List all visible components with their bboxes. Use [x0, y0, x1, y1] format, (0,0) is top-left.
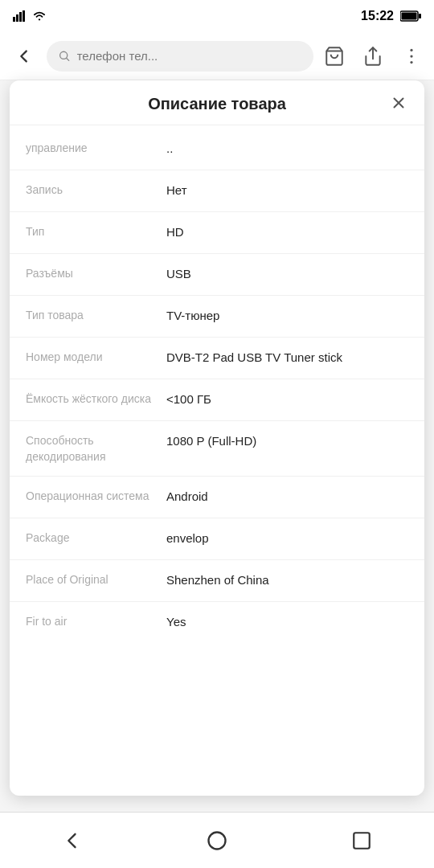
row-value: Android — [166, 488, 408, 505]
top-nav — [0, 32, 434, 80]
modal-header: Описание товара — [10, 80, 424, 125]
table-row: Способность декодирования1080 P (Full-HD… — [10, 421, 424, 477]
row-value: .. — [166, 140, 408, 157]
row-label: Ёмкость жёсткого диска — [26, 391, 166, 407]
modal-title: Описание товара — [148, 95, 286, 113]
row-value: TV-тюнер — [166, 307, 408, 324]
row-label: Fir to air — [26, 613, 166, 630]
status-time: 15:22 — [361, 9, 394, 23]
row-value: 1080 P (Full-HD) — [166, 432, 408, 449]
svg-point-12 — [410, 60, 412, 63]
table-row: Fir to airYes — [10, 602, 424, 644]
cart-button[interactable] — [321, 43, 347, 69]
row-value: Нет — [166, 182, 408, 199]
row-label: Способность декодирования — [26, 432, 166, 465]
table-row: Операционная системаAndroid — [10, 477, 424, 518]
svg-rect-2 — [19, 12, 22, 22]
row-value: Shenzhen of China — [166, 571, 408, 588]
svg-point-10 — [410, 48, 412, 51]
table-row: Ёмкость жёсткого диска<100 ГБ — [10, 379, 424, 421]
row-label: Запись — [26, 182, 166, 199]
table-row: управление.. — [10, 129, 424, 170]
nav-back-button[interactable] — [52, 821, 92, 861]
nav-home-button[interactable] — [197, 821, 237, 861]
svg-point-13 — [209, 832, 226, 849]
row-label: Тип — [26, 223, 166, 240]
status-bar: 15:22 — [0, 0, 434, 32]
share-button[interactable] — [360, 43, 386, 69]
product-description-modal: Описание товара управление..ЗаписьНетТип… — [10, 80, 424, 796]
row-value: envelop — [166, 530, 408, 547]
product-list: управление..ЗаписьНетТипHDРазъёмыUSBТип … — [10, 125, 424, 796]
svg-rect-6 — [402, 13, 417, 20]
wifi-icon — [32, 10, 47, 22]
table-row: РазъёмыUSB — [10, 254, 424, 296]
row-label: Package — [26, 530, 166, 547]
search-input[interactable] — [77, 49, 302, 63]
table-row: Packageenvelop — [10, 518, 424, 560]
row-value: DVB-T2 Pad USB TV Tuner stick — [166, 349, 408, 366]
svg-point-11 — [410, 55, 412, 57]
svg-rect-14 — [354, 833, 370, 849]
bottom-nav — [0, 812, 434, 868]
back-button[interactable] — [10, 42, 39, 71]
svg-rect-5 — [419, 14, 421, 18]
search-bar[interactable] — [47, 41, 313, 72]
signal-icon — [13, 10, 27, 22]
more-button[interactable] — [399, 43, 424, 69]
svg-rect-3 — [23, 10, 25, 22]
close-button[interactable] — [386, 90, 411, 116]
search-icon — [58, 49, 71, 63]
svg-rect-1 — [16, 14, 18, 22]
row-label: Place of Original — [26, 571, 166, 588]
table-row: ТипHD — [10, 212, 424, 254]
table-row: Place of OriginalShenzhen of China — [10, 560, 424, 602]
table-row: ЗаписьНет — [10, 170, 424, 212]
nav-recent-button[interactable] — [342, 821, 382, 861]
svg-rect-0 — [13, 17, 15, 22]
table-row: Номер моделиDVB-T2 Pad USB TV Tuner stic… — [10, 338, 424, 379]
row-label: Номер модели — [26, 349, 166, 366]
row-label: Тип товара — [26, 307, 166, 324]
nav-icons — [321, 43, 424, 69]
row-value: <100 ГБ — [166, 391, 408, 407]
row-label: управление — [26, 140, 166, 157]
row-label: Операционная система — [26, 488, 166, 505]
row-value: USB — [166, 265, 408, 282]
row-value: Yes — [166, 613, 408, 630]
row-label: Разъёмы — [26, 265, 166, 282]
row-value: HD — [166, 223, 408, 240]
battery-icon — [400, 10, 421, 22]
table-row: Тип товараTV-тюнер — [10, 296, 424, 338]
